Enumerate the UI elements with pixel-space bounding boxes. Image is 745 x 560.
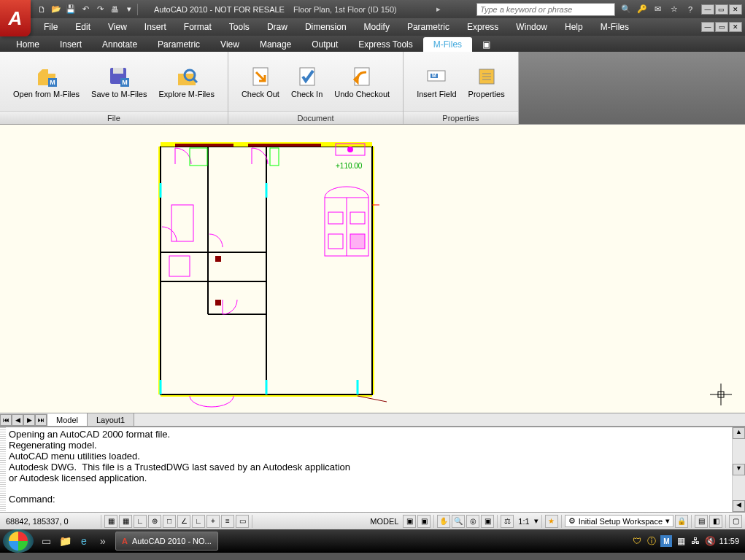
menu-express[interactable]: Express (458, 18, 507, 36)
show-desktop-button[interactable]: ▭ (37, 532, 55, 550)
tab-parametric[interactable]: Parametric (147, 37, 210, 52)
start-button[interactable] (3, 529, 34, 553)
annotation-scale-icon[interactable]: ⚖ (501, 515, 514, 528)
dyn-toggle[interactable]: + (206, 515, 220, 528)
menu-help[interactable]: Help (556, 18, 592, 36)
quickview-drawings-button[interactable]: ▣ (417, 515, 431, 528)
tray-mfiles-icon[interactable]: M (660, 535, 672, 547)
clean-screen-button[interactable]: ▢ (729, 515, 742, 528)
save-to-mfiles-button[interactable]: M Save to M-Files (85, 63, 153, 100)
check-out-button[interactable]: Check Out (236, 63, 285, 100)
next-tab-button[interactable]: ▶ (23, 414, 35, 426)
save-icon[interactable]: 💾 (64, 3, 77, 16)
menu-draw[interactable]: Draw (258, 18, 296, 36)
snap-toggle[interactable]: ▦ (104, 515, 117, 528)
tray-shield-icon[interactable]: 🛡 (631, 535, 643, 547)
hardware-accel-button[interactable]: ▤ (695, 515, 708, 528)
menu-tools[interactable]: Tools (220, 18, 258, 36)
app-menu-button[interactable]: A (0, 0, 31, 36)
tray-network-icon[interactable]: 🖧 (690, 535, 701, 547)
polar-toggle[interactable]: ⊕ (148, 515, 161, 528)
tray-volume-icon[interactable]: 🔇 (704, 535, 716, 547)
favorite-icon[interactable]: ☆ (668, 3, 681, 16)
open-icon[interactable]: 📂 (50, 3, 63, 16)
redo-icon[interactable]: ↷ (93, 3, 107, 16)
osnap-toggle[interactable]: □ (163, 515, 176, 528)
zoom-button[interactable]: 🔍 (452, 515, 465, 528)
new-icon[interactable]: 🗋 (35, 3, 48, 16)
help-icon[interactable]: ? (684, 3, 697, 16)
annotation-visibility-button[interactable]: ★ (545, 515, 558, 528)
pan-button[interactable]: ✋ (437, 515, 450, 528)
menu-view[interactable]: View (99, 18, 136, 36)
scroll-left-button[interactable]: ◀ (733, 500, 745, 512)
menu-file[interactable]: File (35, 18, 66, 36)
steering-wheel-button[interactable]: ◎ (466, 515, 479, 528)
insert-field-button[interactable]: M Insert Field (411, 63, 462, 100)
lwt-toggle[interactable]: ≡ (221, 515, 234, 528)
ql-chevron-icon[interactable]: » (94, 532, 112, 550)
workspace-switcher[interactable]: ⚙ Initial Setup Workspace ▾ (565, 515, 673, 527)
command-history[interactable]: Opening an AutoCAD 2000 format file. Reg… (6, 427, 732, 512)
quickview-layouts-button[interactable]: ▣ (403, 515, 416, 528)
layout1-tab[interactable]: Layout1 (88, 413, 134, 426)
ducs-toggle[interactable]: ∟ (192, 515, 205, 528)
tab-insert[interactable]: Insert (50, 37, 92, 52)
drawing-canvas[interactable]: +110.00 (0, 125, 745, 413)
check-in-button[interactable]: Check In (285, 63, 328, 100)
grid-toggle[interactable]: ▦ (119, 515, 132, 528)
scroll-down-button[interactable]: ▼ (733, 464, 745, 475)
tab-view[interactable]: View (210, 37, 250, 52)
close-button[interactable]: ✕ (729, 4, 742, 15)
menu-format[interactable]: Format (175, 18, 220, 36)
last-tab-button[interactable]: ⏭ (35, 414, 47, 426)
properties-button[interactable]: Properties (463, 63, 511, 100)
tab-express-tools[interactable]: Express Tools (348, 37, 422, 52)
ortho-toggle[interactable]: ∟ (134, 515, 147, 528)
menu-parametric[interactable]: Parametric (398, 18, 458, 36)
binoculars-icon[interactable]: 🔍 (619, 3, 633, 16)
tray-info-icon[interactable]: ⓘ (646, 535, 657, 547)
doc-close-button[interactable]: ✕ (729, 22, 742, 32)
doc-minimize-button[interactable]: — (701, 22, 714, 32)
scale-dropdown-icon[interactable]: ▾ (534, 516, 539, 526)
command-scrollbar[interactable]: ▲ ▼ ◀ (732, 427, 745, 512)
menu-insert[interactable]: Insert (136, 18, 175, 36)
explorer-button[interactable]: 📁 (56, 532, 74, 550)
first-tab-button[interactable]: ⏮ (0, 414, 12, 426)
open-from-mfiles-button[interactable]: M Open from M-Files (7, 63, 85, 100)
search-input[interactable] (476, 3, 615, 16)
menu-window[interactable]: Window (507, 18, 556, 36)
tab-mfiles[interactable]: M-Files (423, 37, 472, 52)
tab-overflow-icon[interactable]: ▣ (472, 37, 501, 52)
comm-icon[interactable]: ✉ (652, 3, 665, 16)
qp-toggle[interactable]: ▭ (236, 515, 249, 528)
tab-output[interactable]: Output (301, 37, 348, 52)
minimize-button[interactable]: — (701, 4, 714, 15)
otrack-toggle[interactable]: ∠ (177, 515, 190, 528)
tab-manage[interactable]: Manage (250, 37, 301, 52)
print-icon[interactable]: 🖶 (108, 3, 121, 16)
key-icon[interactable]: 🔑 (636, 3, 649, 16)
tab-home[interactable]: Home (6, 37, 50, 52)
model-tab[interactable]: Model (47, 413, 88, 426)
undo-checkout-button[interactable]: Undo Checkout (328, 63, 395, 100)
taskbar-clock[interactable]: 11:59 (719, 537, 739, 545)
toolbar-lock-button[interactable]: 🔒 (675, 515, 688, 528)
menu-edit[interactable]: Edit (66, 18, 99, 36)
command-prompt[interactable]: Command: (9, 494, 729, 505)
scroll-up-button[interactable]: ▲ (733, 427, 745, 439)
ie-button[interactable]: e (75, 532, 93, 550)
showmotion-button[interactable]: ▣ (481, 515, 494, 528)
tab-annotate[interactable]: Annotate (92, 37, 147, 52)
menu-mfiles[interactable]: M-Files (592, 18, 638, 36)
menu-dimension[interactable]: Dimension (296, 18, 355, 36)
qat-dropdown-icon[interactable]: ▾ (123, 3, 136, 16)
space-indicator[interactable]: MODEL (367, 517, 401, 526)
maximize-button[interactable]: ▭ (715, 4, 728, 15)
explore-mfiles-button[interactable]: Explore M-Files (153, 63, 220, 100)
isolate-objects-button[interactable]: ◧ (709, 515, 722, 528)
tray-app-icon[interactable]: ▦ (675, 535, 687, 547)
undo-icon[interactable]: ↶ (79, 3, 92, 16)
prev-tab-button[interactable]: ◀ (12, 414, 23, 426)
